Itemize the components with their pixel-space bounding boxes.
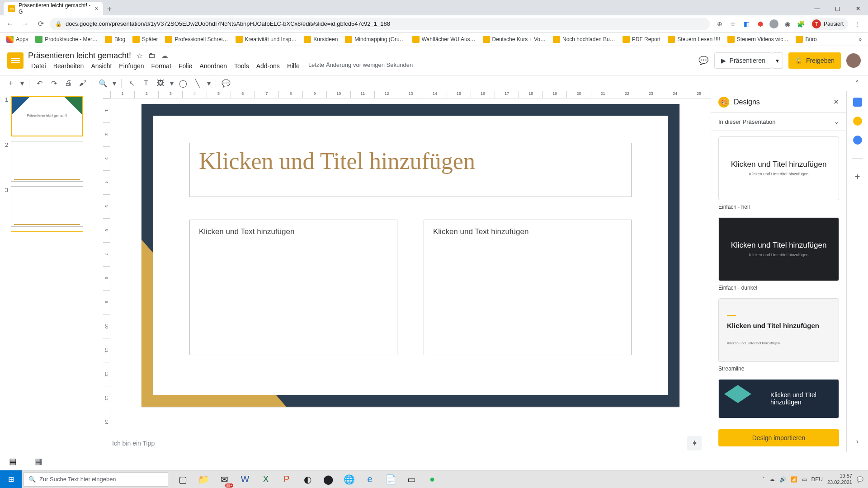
- new-tab-button[interactable]: +: [103, 3, 116, 15]
- language-indicator[interactable]: DEU: [811, 476, 823, 483]
- bookmark-item[interactable]: Steuern Lesen !!!!: [665, 34, 723, 45]
- forward-button[interactable]: →: [19, 18, 32, 30]
- comments-icon[interactable]: 💬: [698, 55, 709, 66]
- app-icon[interactable]: ◐: [297, 470, 317, 488]
- close-window-button[interactable]: ✕: [848, 2, 868, 15]
- reload-button[interactable]: ⟳: [34, 18, 47, 30]
- app-icon-2[interactable]: 📄: [381, 470, 401, 488]
- bookmark-item[interactable]: Professionell Schrei…: [162, 34, 231, 45]
- calendar-icon[interactable]: [853, 98, 862, 107]
- bookmark-item[interactable]: Blog: [102, 34, 128, 45]
- slide-thumbnail-1[interactable]: Präsentieren leicht gemacht!: [11, 96, 83, 136]
- import-design-button[interactable]: Design importieren: [718, 429, 839, 446]
- slides-logo-icon[interactable]: [7, 52, 24, 69]
- redo-button[interactable]: ↷: [47, 77, 60, 89]
- notifications-icon[interactable]: 💬: [857, 476, 863, 483]
- line-tool[interactable]: ╲: [191, 77, 204, 89]
- slide-thumbnail-3[interactable]: [11, 186, 83, 227]
- bookmark-item[interactable]: Steuern Videos wic…: [725, 34, 792, 45]
- extension-4-icon[interactable]: ◉: [783, 19, 792, 28]
- zoom-dropdown[interactable]: ▾: [111, 77, 118, 89]
- menu-edit[interactable]: Bearbeiten: [50, 61, 87, 70]
- back-button[interactable]: ←: [4, 18, 16, 30]
- slide-canvas[interactable]: Klicken und Titel hinzufügen Klicken und…: [142, 104, 679, 407]
- select-tool[interactable]: ↖: [125, 77, 138, 89]
- extension-2-icon[interactable]: ⬢: [756, 19, 765, 28]
- star-icon[interactable]: ☆: [729, 19, 738, 28]
- new-slide-button[interactable]: +: [5, 77, 17, 89]
- slide-thumbnail-2[interactable]: [11, 141, 83, 182]
- present-dropdown[interactable]: ▾: [772, 52, 783, 69]
- profile-chip[interactable]: T Pausiert: [810, 18, 848, 30]
- word-icon[interactable]: W: [235, 470, 255, 488]
- bookmark-item[interactable]: Kreativität und Insp…: [233, 34, 300, 45]
- bookmark-item[interactable]: Büro: [793, 34, 819, 45]
- extension-3-icon[interactable]: [769, 19, 778, 28]
- bookmark-item[interactable]: Wahlfächer WU Aus…: [410, 34, 478, 45]
- app-icon-3[interactable]: ▭: [401, 470, 421, 488]
- design-option-streamline[interactable]: Klicken und Titel hinzufügen Klicken und…: [718, 298, 839, 362]
- close-panel-icon[interactable]: ✕: [833, 98, 839, 106]
- move-icon[interactable]: 🗀: [148, 52, 156, 60]
- url-input[interactable]: 🔒 docs.google.com/presentation/d/1yV372S…: [50, 18, 710, 30]
- keep-icon[interactable]: [853, 117, 862, 126]
- task-view-icon[interactable]: ▢: [173, 470, 193, 488]
- menu-insert[interactable]: Einfügen: [116, 61, 147, 70]
- clock[interactable]: 19:57 23.02.2021: [827, 473, 852, 485]
- volume-icon[interactable]: 🔊: [779, 476, 786, 483]
- wifi-icon[interactable]: 📶: [791, 476, 797, 483]
- line-dropdown[interactable]: ▾: [206, 77, 212, 89]
- content-placeholder-right[interactable]: Klicken und Text hinzufügen: [424, 220, 632, 355]
- zoom-icon[interactable]: ⊕: [715, 19, 724, 28]
- maximize-button[interactable]: ▢: [827, 2, 848, 15]
- menu-view[interactable]: Ansicht: [88, 61, 115, 70]
- battery-icon[interactable]: ▭: [802, 476, 807, 483]
- onedrive-icon[interactable]: ☁: [769, 476, 775, 483]
- designs-list[interactable]: Klicken und Titel hinzufügen Klicken und…: [711, 131, 846, 424]
- minimize-button[interactable]: —: [807, 2, 827, 15]
- shape-tool[interactable]: ◯: [177, 77, 189, 89]
- bookmark-item[interactable]: PDF Report: [620, 34, 663, 45]
- filmstrip[interactable]: 1 Präsentieren leicht gemacht! 2 3: [0, 91, 103, 452]
- textbox-tool[interactable]: T: [140, 77, 152, 89]
- title-placeholder[interactable]: Klicken und Titel hinzufügen: [189, 143, 632, 197]
- star-icon[interactable]: ☆: [137, 52, 143, 60]
- horizontal-ruler[interactable]: 1234567891011121314151617181920212223242…: [103, 91, 711, 99]
- present-button[interactable]: ▶ Präsentieren: [714, 52, 772, 69]
- image-dropdown[interactable]: ▾: [169, 77, 175, 89]
- cloud-icon[interactable]: ☁: [161, 52, 168, 60]
- grid-view-button[interactable]: ▦: [35, 456, 42, 466]
- close-tab-icon[interactable]: ×: [95, 5, 99, 12]
- taskbar-search[interactable]: 🔍 Zur Suche Text hier eingeben: [24, 472, 168, 487]
- menu-addons[interactable]: Add-ons: [253, 61, 283, 70]
- last-edit-text[interactable]: Letzte Änderung vor wenigen Sekunden: [308, 61, 413, 70]
- explorer-icon[interactable]: 📁: [193, 470, 213, 488]
- design-option-focus[interactable]: Klicken und Titel hinzufügen: [718, 379, 839, 418]
- extensions-menu-icon[interactable]: 🧩: [797, 19, 806, 28]
- filmstrip-view-button[interactable]: ▤: [9, 456, 17, 466]
- document-title[interactable]: Präsentieren leicht gemacht!: [28, 51, 131, 61]
- menu-format[interactable]: Format: [148, 61, 175, 70]
- extension-1-icon[interactable]: ◧: [742, 19, 751, 28]
- vertical-ruler[interactable]: 1234567891011121314: [103, 99, 110, 434]
- comment-tool[interactable]: 💬: [220, 77, 232, 89]
- bookmark-item[interactable]: Deutsche Kurs + Vo…: [480, 34, 548, 45]
- tasks-icon[interactable]: [853, 136, 862, 145]
- slide-stage[interactable]: Klicken und Titel hinzufügen Klicken und…: [110, 99, 711, 434]
- zoom-button[interactable]: 🔍: [97, 77, 109, 89]
- tray-chevron-icon[interactable]: ˄: [762, 476, 765, 483]
- design-option-dark[interactable]: Klicken und Titel hinzufügen Klicken und…: [718, 217, 839, 281]
- share-button[interactable]: 🔒 Freigeben: [788, 52, 841, 69]
- content-placeholder-left[interactable]: Klicken und Text hinzufügen: [189, 220, 397, 355]
- bookmark-item[interactable]: Später: [130, 34, 160, 45]
- mail-icon[interactable]: ✉99+: [214, 470, 234, 488]
- menu-arrange[interactable]: Anordnen: [196, 61, 230, 70]
- add-addon-icon[interactable]: +: [853, 172, 862, 181]
- account-avatar[interactable]: [846, 53, 861, 68]
- spotify-icon[interactable]: ●: [422, 470, 442, 488]
- designs-section-toggle[interactable]: In dieser Präsentation ⌄: [711, 113, 846, 131]
- bookmark-item[interactable]: Mindmapping (Gru…: [342, 34, 407, 45]
- explore-button[interactable]: ✦: [687, 436, 702, 450]
- menu-file[interactable]: Datei: [28, 61, 49, 70]
- bookmark-item[interactable]: Kursideen: [301, 34, 340, 45]
